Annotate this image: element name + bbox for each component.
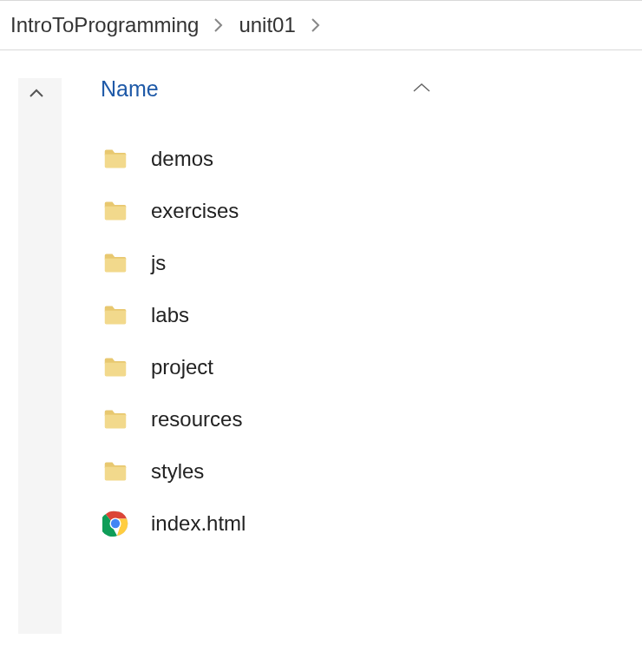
file-name-label: demos: [151, 147, 213, 171]
column-header-row: Name: [101, 76, 642, 102]
file-row[interactable]: exercises: [101, 185, 642, 237]
file-list: demos exercises js labs project resource…: [101, 133, 642, 550]
folder-icon: [101, 405, 130, 434]
chevron-up-icon[interactable]: [410, 80, 433, 99]
file-row[interactable]: project: [101, 341, 642, 393]
file-name-label: project: [151, 355, 213, 379]
nav-tree-strip[interactable]: [18, 78, 62, 634]
file-row[interactable]: demos: [101, 133, 642, 185]
chevron-up-icon[interactable]: [26, 83, 47, 108]
chrome-html-icon: [101, 509, 130, 538]
folder-icon: [101, 300, 130, 330]
file-name-label: js: [151, 251, 166, 275]
file-name-label: resources: [151, 407, 242, 432]
file-row[interactable]: styles: [101, 445, 642, 497]
breadcrumb-segment[interactable]: IntroToProgramming: [5, 10, 204, 41]
file-name-label: index.html: [151, 511, 246, 536]
file-list-pane: Name demos exercises js labs project res…: [68, 50, 642, 672]
chevron-right-icon[interactable]: [301, 16, 331, 34]
column-header-name[interactable]: Name: [101, 76, 315, 102]
left-gutter: [0, 50, 68, 672]
svg-point-2: [111, 519, 120, 528]
folder-icon: [101, 352, 130, 382]
folder-icon: [101, 248, 130, 278]
folder-icon: [101, 144, 130, 174]
file-row[interactable]: js: [101, 237, 642, 289]
breadcrumb-segment[interactable]: unit01: [233, 10, 300, 41]
file-name-label: exercises: [151, 199, 239, 223]
file-row[interactable]: resources: [101, 393, 642, 445]
folder-icon: [101, 457, 130, 486]
file-name-label: labs: [151, 303, 189, 327]
breadcrumb-bar: IntroToProgramming unit01: [0, 0, 642, 50]
chevron-right-icon[interactable]: [204, 16, 233, 34]
file-row[interactable]: index.html: [101, 497, 642, 550]
folder-icon: [101, 196, 130, 226]
content-area: Name demos exercises js labs project res…: [0, 50, 642, 672]
file-row[interactable]: labs: [101, 289, 642, 341]
file-name-label: styles: [151, 459, 204, 484]
